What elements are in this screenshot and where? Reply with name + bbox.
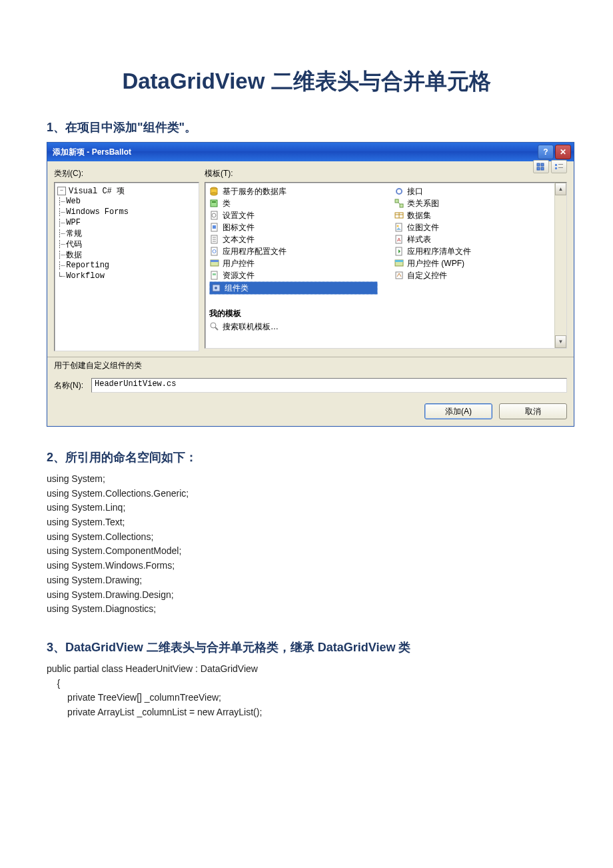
- scroll-up-icon[interactable]: ▲: [555, 183, 566, 195]
- svg-point-37: [397, 225, 399, 227]
- categories-label: 类别(C):: [54, 168, 199, 179]
- template-item[interactable]: 应用程序配置文件: [209, 245, 378, 257]
- template-item[interactable]: 类关系图: [394, 197, 562, 209]
- view-large-icons-button[interactable]: [533, 160, 549, 173]
- resource-file-icon: [209, 270, 220, 281]
- template-item[interactable]: A样式表: [394, 233, 562, 245]
- templates-label: 模板(T):: [205, 168, 567, 179]
- tree-item-winforms[interactable]: Windows Forms: [66, 207, 129, 217]
- bitmap-file-icon: [394, 222, 404, 233]
- svg-rect-26: [213, 273, 216, 275]
- scroll-down-icon[interactable]: ▼: [555, 335, 566, 348]
- tree-root[interactable]: Visual C# 项: [69, 185, 125, 197]
- stylesheet-icon: A: [394, 234, 404, 245]
- interface-icon: [394, 186, 404, 197]
- template-item[interactable]: 用户控件 (WPF): [394, 257, 562, 269]
- svg-line-32: [398, 203, 400, 204]
- templates-list[interactable]: 基于服务的数据库 类 设置文件 图标文件 文本文件 应用程序配置文件 用户控件 …: [205, 182, 567, 349]
- add-new-item-dialog: 添加新项 - PersBallot ? ✕ 类别(C): −Visual C#: [47, 142, 574, 427]
- component-class-icon: [211, 283, 222, 293]
- svg-rect-16: [213, 225, 216, 229]
- svg-rect-36: [396, 223, 402, 231]
- svg-rect-30: [395, 199, 398, 203]
- heading-3: 3、DataGridView 二维表头与合并单元格类，继承 DataGridVi…: [47, 639, 566, 655]
- svg-rect-1: [541, 163, 544, 166]
- svg-rect-3: [541, 167, 544, 170]
- svg-line-46: [215, 327, 218, 330]
- svg-rect-0: [537, 163, 540, 166]
- manifest-file-icon: [394, 246, 404, 257]
- heading-2: 2、所引用的命名空间如下：: [47, 449, 566, 465]
- template-item[interactable]: 类: [209, 197, 378, 209]
- svg-rect-4: [555, 164, 557, 166]
- svg-rect-6: [555, 167, 557, 169]
- svg-rect-24: [211, 260, 219, 262]
- template-item[interactable]: 自定义控件: [394, 269, 562, 281]
- custom-control-icon: [394, 270, 404, 281]
- dialog-titlebar[interactable]: 添加新项 - PersBallot ? ✕: [47, 143, 574, 161]
- svg-point-45: [211, 323, 216, 328]
- svg-point-29: [396, 189, 402, 194]
- tree-item-code[interactable]: 代码: [66, 239, 82, 250]
- class-icon: [209, 198, 220, 209]
- heading-1: 1、在项目中添加"组件类"。: [47, 119, 566, 135]
- template-item[interactable]: 图标文件: [209, 221, 378, 233]
- svg-point-28: [215, 287, 217, 289]
- search-icon: [209, 321, 220, 332]
- tree-item-web[interactable]: Web: [66, 197, 81, 206]
- page-title: DataGridView 二维表头与合并单元格: [47, 67, 566, 97]
- user-control-wpf-icon: [394, 258, 404, 269]
- svg-rect-21: [211, 247, 217, 255]
- svg-rect-12: [212, 201, 216, 203]
- svg-text:A: A: [397, 237, 401, 243]
- svg-point-10: [211, 193, 217, 195]
- tree-collapse-icon[interactable]: −: [57, 187, 66, 195]
- my-templates-header: 我的模板: [209, 308, 566, 319]
- icon-file-icon: [209, 222, 220, 233]
- template-item[interactable]: 位图文件: [394, 221, 562, 233]
- template-item[interactable]: 用户控件: [209, 257, 378, 269]
- help-button[interactable]: ?: [538, 145, 554, 159]
- svg-rect-11: [211, 200, 217, 207]
- description-text: 用于创建自定义组件的类: [47, 357, 574, 374]
- usings-block: using System; using System.Collections.G…: [47, 472, 566, 617]
- add-button[interactable]: 添加(A): [424, 403, 492, 419]
- template-item[interactable]: 数据集: [394, 209, 562, 221]
- user-control-icon: [209, 258, 220, 269]
- settings-file-icon: [209, 210, 220, 221]
- cancel-button[interactable]: 取消: [499, 403, 567, 419]
- template-item[interactable]: 应用程序清单文件: [394, 245, 562, 257]
- tree-item-workflow[interactable]: Workflow: [66, 271, 105, 281]
- categories-tree[interactable]: −Visual C# 项 ┊┈Web ┊┈Windows Forms ┊┈WPF…: [54, 182, 199, 351]
- dataset-icon: [394, 210, 404, 221]
- class-diagram-icon: [394, 198, 404, 209]
- svg-rect-7: [558, 167, 563, 168]
- config-file-icon: [209, 246, 220, 257]
- template-item[interactable]: 文本文件: [209, 233, 378, 245]
- tree-item-data[interactable]: 数据: [66, 249, 82, 261]
- template-item[interactable]: 设置文件: [209, 209, 378, 221]
- dialog-title: 添加新项 - PersBallot: [53, 147, 536, 158]
- database-icon: [209, 186, 220, 197]
- tree-item-wpf[interactable]: WPF: [66, 218, 81, 227]
- template-item[interactable]: 基于服务的数据库: [209, 185, 378, 197]
- tree-item-reporting[interactable]: Reporting: [66, 261, 109, 270]
- class-block: public partial class HeaderUnitView : Da…: [47, 662, 566, 720]
- svg-rect-5: [558, 164, 563, 165]
- scrollbar[interactable]: ▲ ▼: [554, 183, 566, 348]
- name-input[interactable]: HeaderUnitView.cs: [91, 378, 567, 393]
- template-item[interactable]: 接口: [394, 185, 562, 197]
- template-item[interactable]: 资源文件: [209, 269, 378, 281]
- text-file-icon: [209, 234, 220, 245]
- tree-item-general[interactable]: 常规: [66, 228, 82, 239]
- view-small-icons-button[interactable]: [551, 160, 567, 173]
- svg-rect-31: [400, 204, 403, 207]
- name-label: 名称(N):: [54, 380, 83, 391]
- svg-rect-43: [395, 260, 403, 262]
- close-button[interactable]: ✕: [555, 145, 571, 159]
- svg-rect-2: [537, 167, 540, 170]
- search-online-templates[interactable]: 搜索联机模板…: [209, 321, 566, 333]
- template-item-component-class[interactable]: 组件类: [209, 281, 378, 295]
